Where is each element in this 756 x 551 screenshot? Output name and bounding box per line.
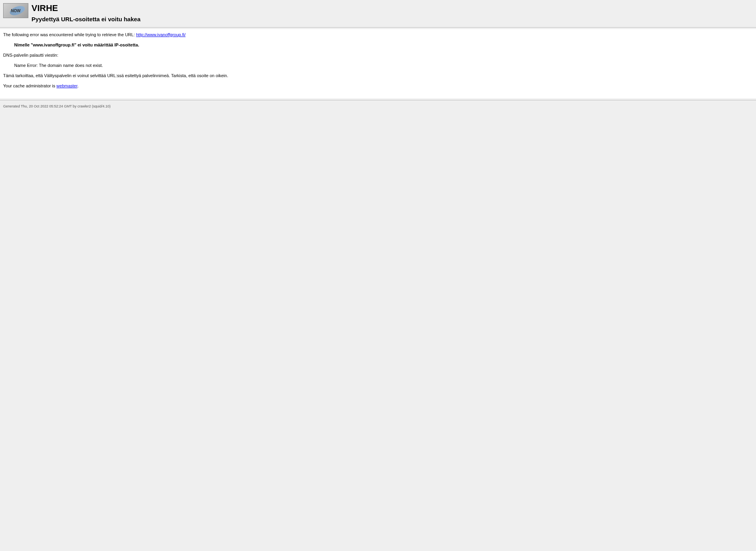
intro-line: The following error was encountered whil… bbox=[3, 32, 753, 37]
admin-prefix: Your cache administrator is bbox=[3, 83, 56, 88]
dns-error-detail: Name Error: The domain name does not exi… bbox=[14, 63, 753, 68]
icon-label: NOW bbox=[11, 9, 20, 13]
intro-prefix: The following error was encountered whil… bbox=[3, 32, 136, 37]
header-section: NOW VIRHE Pyydettyä URL-osoitetta ei voi… bbox=[0, 0, 756, 26]
webmaster-link[interactable]: webmaster bbox=[56, 83, 77, 88]
page-subtitle: Pyydettyä URL-osoitetta ei voitu hakea bbox=[32, 16, 141, 22]
admin-suffix: . bbox=[78, 83, 79, 88]
explanation-text: Tämä tarkoittaa, että Välityspalvelin ei… bbox=[3, 73, 753, 78]
divider-top bbox=[0, 27, 756, 28]
requested-url-link[interactable]: http://www.ivanoffgroup.fi/ bbox=[136, 32, 186, 37]
generated-text: Generated Thu, 20 Oct 2022 05:52:24 GMT … bbox=[3, 104, 111, 108]
footer: Generated Thu, 20 Oct 2022 05:52:24 GMT … bbox=[0, 102, 756, 111]
divider-bottom bbox=[0, 100, 756, 100]
squid-now-icon: NOW bbox=[3, 3, 28, 18]
page-title: VIRHE bbox=[32, 3, 141, 13]
content-section: The following error was encountered whil… bbox=[0, 29, 756, 98]
header-text: VIRHE Pyydettyä URL-osoitetta ei voitu h… bbox=[32, 3, 141, 22]
dns-message-label: DNS-palvelin palautti viestin: bbox=[3, 53, 753, 57]
dns-error-bold: Nimelle "www.ivanoffgroup.fi" ei voitu m… bbox=[14, 43, 753, 47]
admin-line: Your cache administrator is webmaster. bbox=[3, 83, 753, 88]
